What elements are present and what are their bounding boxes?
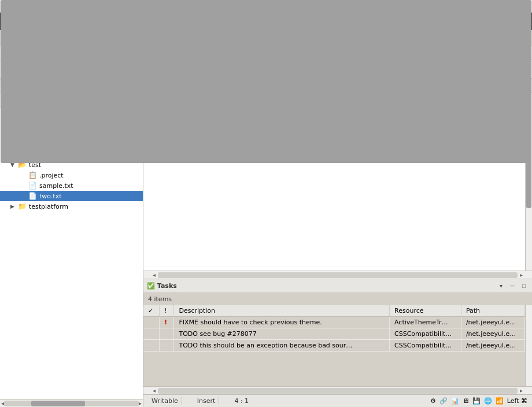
tasks-title: ✅ Tasks bbox=[147, 282, 177, 290]
task-desc-2: TODO see bug #278077 bbox=[174, 328, 390, 340]
task-priority-3 bbox=[159, 340, 174, 352]
tree-label: sample.txt bbox=[39, 182, 73, 190]
file-xml-icon: 📋 bbox=[28, 171, 37, 179]
col-description[interactable]: Description bbox=[174, 305, 390, 317]
task-path-2: /net.jeeeyul.e… bbox=[461, 328, 524, 340]
editor-horiz-scroll[interactable]: ◂ ▸ bbox=[143, 271, 532, 279]
task-check-2[interactable] bbox=[143, 328, 159, 340]
status-bar: Writable Insert 4 : 1 ⚙ 🔗 📊 🖥 💾 🌐 📶 Left… bbox=[143, 394, 532, 407]
file-txt-icon: 📄 bbox=[28, 182, 37, 190]
scroll-right-arrow[interactable]: ▸ bbox=[139, 400, 142, 406]
folder-icon: 📁 bbox=[18, 202, 27, 210]
status-icon-6[interactable]: 🌐 bbox=[484, 397, 492, 405]
task-resource-2: CSSCompatibilit… bbox=[390, 328, 461, 340]
task-priority-1: ! bbox=[159, 317, 174, 328]
tasks-label: Tasks bbox=[157, 282, 177, 290]
tree-label: .project bbox=[39, 172, 64, 179]
task-desc-1: FIXME should have to check previous them… bbox=[174, 317, 390, 328]
tasks-main: ✓ ! Description Resource Path ! bbox=[143, 305, 525, 386]
tasks-horiz-scroll[interactable]: ◂ ▸ bbox=[143, 386, 532, 394]
editor-horiz-thumb[interactable] bbox=[158, 272, 518, 278]
status-icon-2[interactable]: 🔗 bbox=[439, 397, 448, 405]
status-icon-4[interactable]: 🖥 bbox=[463, 397, 469, 405]
tasks-header: ✅ Tasks ▾ ─ □ bbox=[143, 279, 532, 293]
tree-arrow: ▶ bbox=[10, 204, 16, 209]
col-check[interactable]: ✓ bbox=[143, 305, 159, 317]
task-path-1: /net.jeeeyul.e… bbox=[461, 317, 524, 328]
task-check-3[interactable] bbox=[143, 340, 159, 352]
tree-label: testplatform bbox=[29, 203, 68, 210]
tasks-inner: ✓ ! Description Resource Path ! bbox=[143, 305, 532, 386]
tasks-maximize[interactable]: □ bbox=[519, 282, 529, 291]
task-row-3[interactable]: TODO this should be an exception because… bbox=[143, 340, 525, 352]
tasks-scroll-right[interactable]: ▸ bbox=[520, 387, 523, 394]
editor-scroll-right[interactable]: ▸ bbox=[520, 272, 523, 278]
col-priority[interactable]: ! bbox=[159, 305, 174, 317]
editor-scroll-left[interactable]: ◂ bbox=[153, 272, 156, 278]
tasks-panel: ✅ Tasks ▾ ─ □ 4 items ✓ ! bbox=[143, 279, 532, 394]
tree-item-sample-txt[interactable]: ▶ 📄 sample.txt bbox=[0, 180, 143, 191]
main-area: Navigator ─ □ ← → ↑ ⊟ ⛓ ▾ ▶ 📁 net.jeeeyu… bbox=[0, 79, 532, 407]
status-writable: Writable bbox=[148, 397, 182, 405]
status-icon-1[interactable]: ⚙ bbox=[430, 397, 436, 405]
nav-scroll-thumb[interactable] bbox=[31, 401, 85, 406]
tasks-scroll-left[interactable]: ◂ bbox=[153, 387, 156, 394]
status-right: ⚙ 🔗 📊 🖥 💾 🌐 📶 Left ⌘ bbox=[430, 397, 527, 405]
col-path[interactable]: Path bbox=[461, 305, 524, 317]
status-insert: Insert bbox=[194, 397, 220, 405]
status-icon-5[interactable]: 💾 bbox=[472, 397, 481, 405]
tasks-horiz-thumb[interactable] bbox=[158, 388, 518, 394]
task-resource-3: CSSCompatibilit… bbox=[390, 340, 461, 352]
tasks-icon: ✅ bbox=[147, 282, 155, 290]
tasks-count: 4 items bbox=[143, 293, 532, 305]
tasks-table: ✓ ! Description Resource Path ! bbox=[143, 305, 525, 352]
editor-outer: 📄 .project 📄 two.txt ✕ ─ □ Is it works? … bbox=[143, 79, 532, 407]
task-row-1[interactable]: ! FIXME should have to check previous th… bbox=[143, 317, 525, 328]
tree-item-testplatform[interactable]: ▶ 📁 testplatform bbox=[0, 201, 143, 212]
status-position: 4 : 1 bbox=[231, 397, 252, 405]
tasks-minimize[interactable]: ─ bbox=[508, 282, 517, 291]
task-check-1[interactable] bbox=[143, 317, 159, 328]
task-priority-2 bbox=[159, 328, 174, 340]
task-desc-3: TODO this should be an exception because… bbox=[174, 340, 390, 352]
task-resource-1: ActiveThemeTr… bbox=[390, 317, 461, 328]
navigator-scrollbar[interactable]: ◂ ▸ bbox=[0, 399, 143, 407]
task-path-3: /net.jeeeyul.e… bbox=[461, 340, 524, 352]
status-text: Left ⌘ bbox=[507, 397, 527, 405]
task-row-2[interactable]: TODO see bug #278077 CSSCompatibilit… /n… bbox=[143, 328, 525, 340]
nav-horiz-scrollbar[interactable] bbox=[4, 401, 139, 406]
tasks-dropdown[interactable]: ▾ bbox=[496, 282, 505, 291]
tree-item-project-xml[interactable]: ▶ 📋 .project bbox=[0, 170, 143, 180]
status-icon-3[interactable]: 📊 bbox=[451, 397, 459, 405]
col-resource[interactable]: Resource bbox=[390, 305, 461, 317]
error-icon: ! bbox=[164, 319, 167, 326]
tree-item-two-txt[interactable]: ▶ 📄 two.txt bbox=[0, 191, 143, 201]
tasks-vert-scroll[interactable] bbox=[525, 305, 532, 386]
file-txt-icon: 📄 bbox=[28, 192, 37, 200]
tree-label: two.txt bbox=[39, 193, 61, 200]
status-icon-7[interactable]: 📶 bbox=[496, 397, 504, 405]
